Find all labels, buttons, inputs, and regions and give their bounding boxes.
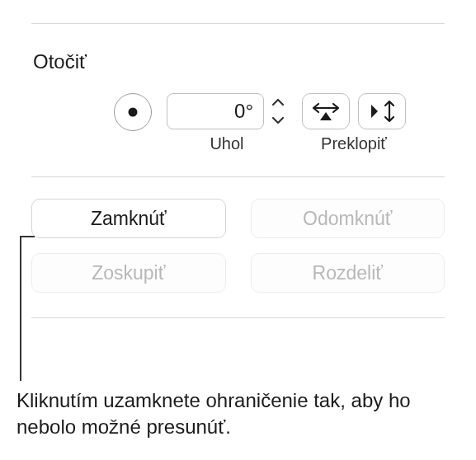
angle-label: Uhol: [210, 134, 243, 153]
flip-vertical-icon: [367, 99, 397, 124]
unlock-button: Odomknúť: [251, 199, 445, 238]
chevron-down-icon: [271, 116, 285, 124]
angle-col: Uhol: [167, 93, 287, 153]
arrange-panel: Otočiť: [0, 0, 476, 318]
angle-step-down[interactable]: [269, 111, 287, 129]
flip-horizontal-icon: [311, 101, 341, 122]
callout-tick: [20, 236, 35, 237]
group-button: Zoskupiť: [31, 253, 226, 293]
flip-horizontal-button[interactable]: [302, 93, 350, 129]
rotation-dial-col: [114, 93, 152, 131]
chevron-up-icon: [271, 98, 285, 106]
flip-label: Preklopiť: [321, 134, 387, 153]
angle-step-up[interactable]: [269, 93, 287, 111]
ungroup-button: Rozdeliť: [251, 253, 445, 293]
flip-vertical-button[interactable]: [358, 93, 406, 129]
divider: [31, 176, 445, 177]
flip-group: [302, 93, 406, 129]
rotate-section-title: Otočiť: [33, 50, 445, 73]
rotate-controls-row: Uhol: [31, 93, 445, 153]
divider: [31, 23, 445, 24]
callout-line: [20, 236, 21, 381]
rotation-dial-indicator: [129, 108, 138, 117]
angle-input[interactable]: [167, 93, 264, 129]
angle-group: [167, 93, 287, 129]
flip-col: Preklopiť: [302, 93, 406, 153]
lock-button[interactable]: Zamknúť: [31, 199, 226, 238]
divider: [31, 317, 445, 318]
rotation-dial[interactable]: [114, 93, 152, 131]
lock-group-grid: Zamknúť Odomknúť Zoskupiť Rozdeliť: [31, 199, 445, 293]
angle-stepper: [269, 93, 287, 129]
callout-text: Kliknutím uzamknete ohraničenie tak, aby…: [16, 387, 445, 441]
